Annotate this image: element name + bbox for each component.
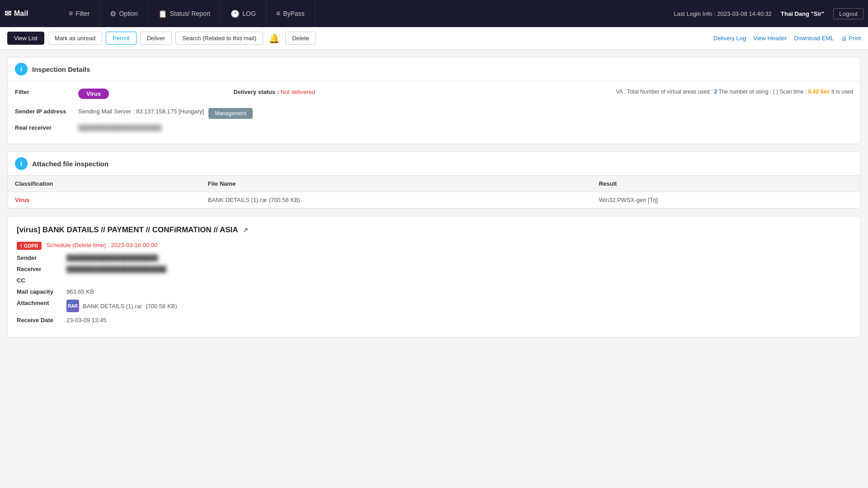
download-eml-link[interactable]: Download EML xyxy=(794,35,834,42)
view-header-link[interactable]: View Header xyxy=(753,35,787,42)
view-list-button[interactable]: View List xyxy=(7,32,44,45)
real-receiver-label: Real receiver xyxy=(15,124,74,131)
mail-icon: ✉ xyxy=(5,9,11,19)
sender-value: ██████████████████████ xyxy=(66,254,158,261)
nav-status-report[interactable]: 📋 Status/ Report xyxy=(148,0,221,27)
nav-log-label: LOG xyxy=(242,10,256,17)
sender-row: Sender ██████████████████████ xyxy=(17,254,851,261)
col-filename: File Name xyxy=(201,176,592,192)
top-navigation: ✉ Mail ≡ Filter ⚙ Option 📋 Status/ Repor… xyxy=(0,0,868,27)
deliver-button[interactable]: Deliver xyxy=(140,32,172,45)
receiver-value: ████████████████████████ xyxy=(66,266,166,272)
subject-text: [virus] BANK DATAILS // PAYMENT // CONFi… xyxy=(17,225,238,235)
filter-icon: ≡ xyxy=(69,9,73,18)
external-link-icon[interactable]: ↗ xyxy=(243,226,248,234)
real-receiver-row: Real receiver ████████████████████ xyxy=(15,124,853,131)
management-button[interactable]: Management xyxy=(208,108,253,119)
delivery-col: Delivery status : Not delivered xyxy=(234,89,434,101)
main-content: i Inspection Details Filter Virus Delive… xyxy=(0,50,868,345)
last-login-info: Last Login Info : 2023-03-08 14:40:32 xyxy=(674,10,772,17)
inspection-icon: i xyxy=(15,63,28,75)
receiver-label: Receiver xyxy=(17,266,62,272)
attached-file-header: i Attached file inspection xyxy=(8,152,860,176)
bypass-icon: ≡ xyxy=(276,9,280,18)
nav-filter-label: Filter xyxy=(75,10,90,17)
attachment-size: (700.58 KB) xyxy=(146,303,177,310)
filter-badge: Virus xyxy=(78,89,109,99)
delivery-status-value: Not delivered xyxy=(281,89,316,95)
mail-subject: [virus] BANK DATAILS // PAYMENT // CONFi… xyxy=(17,225,851,235)
va-time: 0.42 Sec xyxy=(808,89,830,95)
delivery-log-link[interactable]: Delivery Log xyxy=(713,35,746,42)
gdpr-badge: ! GDPR xyxy=(17,242,42,250)
nav-right: Last Login Info : 2023-03-08 14:40:32 Th… xyxy=(674,8,863,19)
sender-ip-label: Sender IP address xyxy=(15,108,74,115)
inspection-header: i Inspection Details xyxy=(8,57,860,81)
nav-bypass[interactable]: ≡ ByPass xyxy=(266,0,315,27)
delete-button[interactable]: Delete xyxy=(285,32,316,45)
logout-button[interactable]: Logout xyxy=(833,8,863,19)
attachment-detail: RAR BANK DETAILS (1).rar (700.58 KB) xyxy=(66,300,177,312)
delivery-status-label: Delivery status : xyxy=(234,89,279,95)
logo-label: Mail xyxy=(14,9,28,18)
inspection-title: Inspection Details xyxy=(32,66,90,73)
attachment-label: Attachment xyxy=(17,300,62,306)
nav-option[interactable]: ⚙ Option xyxy=(100,0,148,27)
cc-row: CC xyxy=(17,277,851,284)
mark-unread-button[interactable]: Mark as unread xyxy=(48,32,102,45)
username: Thai Dang "Sir" xyxy=(781,10,824,17)
nav-status-report-label: Status/ Report xyxy=(170,10,211,17)
result-cell: Win32:PWSX-gen [Trj] xyxy=(592,192,860,208)
real-receiver-value: ████████████████████ xyxy=(78,124,161,131)
sender-label: Sender xyxy=(17,254,62,261)
nav-items: ≡ Filter ⚙ Option 📋 Status/ Report 🕐 LOG… xyxy=(59,0,674,27)
nav-logo[interactable]: ✉ Mail xyxy=(5,9,50,19)
va-info: VA : Total Number of virtual areas used … xyxy=(452,89,853,95)
attached-title: Attached file inspection xyxy=(32,160,108,168)
toolbar: View List Mark as unread Permit Deliver … xyxy=(0,27,868,50)
nav-bypass-label: ByPass xyxy=(283,10,304,17)
delivery-status: Delivery status : Not delivered xyxy=(234,89,316,95)
attachment-file-icon: RAR xyxy=(66,300,79,312)
mail-detail-card: [virus] BANK DATAILS // PAYMENT // CONFi… xyxy=(7,216,861,338)
filter-row: Filter Virus xyxy=(15,89,216,99)
classification-cell: Virus xyxy=(8,192,201,208)
receive-date-row: Receive Date 23-03-09 13:45 xyxy=(17,317,851,324)
attached-file-table: Classification File Name Result Virus BA… xyxy=(8,176,860,208)
cc-label: CC xyxy=(17,277,62,284)
receiver-row: Receiver ████████████████████████ xyxy=(17,266,851,272)
nav-log[interactable]: 🕐 LOG xyxy=(221,0,266,27)
mail-capacity-row: Mail capacity 963.65 KB xyxy=(17,288,851,295)
gdpr-schedule-row: ! GDPR Schedule (Delete time) : 2023-03-… xyxy=(17,242,851,250)
sender-ip-row: Sender IP address Sending Mail Server : … xyxy=(15,108,853,119)
filename-cell: BANK DETAILS (1).rar (700.58 KB) xyxy=(201,192,592,208)
col-classification: Classification xyxy=(8,176,201,192)
sender-ip-value: Sending Mail Server : 83.137.158.175 [Hu… xyxy=(78,108,204,115)
nav-filter[interactable]: ≡ Filter xyxy=(59,0,100,27)
toolbar-right: Delivery Log View Header Download EML 🖨 … xyxy=(713,35,861,42)
attachment-filename[interactable]: BANK DETAILS (1).rar xyxy=(83,303,142,310)
alert-icon-button[interactable]: 🔔 xyxy=(267,33,282,44)
filter-col: Filter Virus xyxy=(15,89,216,104)
inspection-top-row: Filter Virus Delivery status : Not deliv… xyxy=(15,89,853,104)
va-info-col: VA : Total Number of virtual areas used … xyxy=(452,89,853,95)
receive-date-label: Receive Date xyxy=(17,317,62,324)
attached-icon: i xyxy=(15,157,28,170)
mail-capacity-label: Mail capacity xyxy=(17,288,62,295)
permit-button[interactable]: Permit xyxy=(106,32,137,45)
search-button[interactable]: Search (Related to this mail) xyxy=(175,32,263,45)
schedule-text: Schedule (Delete time) : 2023-03-16 00:0… xyxy=(46,242,157,249)
attachment-row: Attachment RAR BANK DETAILS (1).rar (700… xyxy=(17,300,851,312)
gdpr-icon: ! xyxy=(20,243,22,249)
inspection-details-card: i Inspection Details Filter Virus Delive… xyxy=(7,57,861,144)
log-icon: 🕐 xyxy=(231,9,240,18)
option-icon: ⚙ xyxy=(110,9,116,18)
print-link[interactable]: 🖨 Print xyxy=(841,35,861,42)
delivery-status-row: Delivery status : Not delivered xyxy=(234,89,434,95)
mail-capacity-value: 963.65 KB xyxy=(66,288,94,295)
attached-file-card: i Attached file inspection Classificatio… xyxy=(7,151,861,209)
report-icon: 📋 xyxy=(158,9,167,18)
inspection-body: Filter Virus Delivery status : Not deliv… xyxy=(8,81,860,144)
table-row: Virus BANK DETAILS (1).rar (700.58 KB) W… xyxy=(8,192,860,208)
col-result: Result xyxy=(592,176,860,192)
